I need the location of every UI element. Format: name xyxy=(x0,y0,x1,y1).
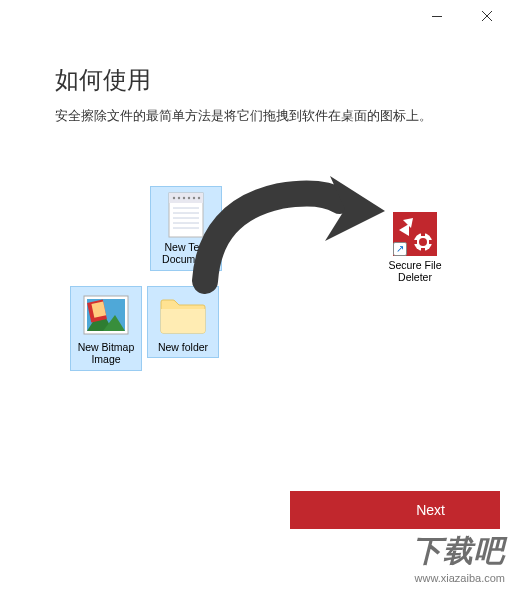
svg-point-7 xyxy=(183,196,185,198)
svg-rect-27 xyxy=(411,240,417,244)
watermark-text: 下载吧 xyxy=(412,531,505,572)
watermark-url: www.xiazaiba.com xyxy=(412,572,505,584)
shortcut-overlay-icon: ↗ xyxy=(393,242,407,256)
bitmap-icon xyxy=(82,291,130,339)
destination-app: ↗ Secure File Deleter xyxy=(380,212,450,284)
file-label: New folder xyxy=(150,341,216,354)
svg-point-10 xyxy=(198,196,200,198)
destination-label: Secure File Deleter xyxy=(380,259,450,284)
svg-point-6 xyxy=(178,196,180,198)
file-bitmap-image: New Bitmap Image xyxy=(70,286,142,371)
app-icon: ↗ xyxy=(393,212,437,256)
file-label: New Bitmap Image xyxy=(73,341,139,366)
svg-point-9 xyxy=(193,196,195,198)
svg-point-29 xyxy=(419,238,427,246)
titlebar xyxy=(0,0,510,32)
svg-rect-28 xyxy=(429,240,435,244)
text-document-icon xyxy=(162,191,210,239)
folder-icon xyxy=(159,291,207,339)
content-area: 如何使用 安全擦除文件的最简单方法是将它们拖拽到软件在桌面的图标上。 New T… xyxy=(0,32,510,426)
file-label: New Text Document xyxy=(153,241,219,266)
svg-point-8 xyxy=(188,196,190,198)
watermark: 下载吧 www.xiazaiba.com xyxy=(412,531,505,584)
file-new-folder: New folder xyxy=(147,286,219,359)
illustration: New Text Document New Bitmap Image xyxy=(55,186,460,426)
svg-rect-26 xyxy=(421,248,425,254)
close-button[interactable] xyxy=(472,4,502,28)
svg-rect-25 xyxy=(421,230,425,236)
close-icon xyxy=(482,11,492,21)
svg-rect-0 xyxy=(432,16,442,17)
minimize-button[interactable] xyxy=(422,4,452,28)
next-button[interactable]: Next xyxy=(290,491,500,529)
file-text-document: New Text Document xyxy=(150,186,222,271)
svg-marker-30 xyxy=(325,176,385,241)
svg-point-5 xyxy=(173,196,175,198)
page-description: 安全擦除文件的最简单方法是将它们拖拽到软件在桌面的图标上。 xyxy=(55,106,460,126)
page-title: 如何使用 xyxy=(55,64,460,96)
minimize-icon xyxy=(432,16,442,17)
next-button-label: Next xyxy=(416,502,445,518)
